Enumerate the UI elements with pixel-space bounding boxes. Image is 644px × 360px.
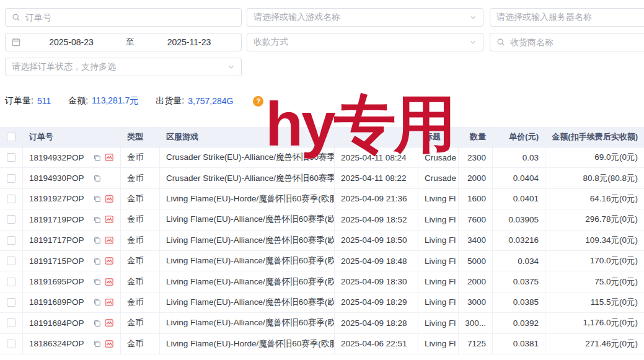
- copy-icon[interactable]: [93, 195, 101, 203]
- copy-icon[interactable]: [93, 257, 101, 265]
- order-time: 2025-04-09 21:36: [335, 189, 418, 209]
- game-select-placeholder: 请选择或输入游戏名称: [254, 12, 464, 23]
- order-price: 0.0375: [493, 271, 545, 291]
- receiver-search-input[interactable]: [510, 37, 644, 47]
- image-icon[interactable]: [105, 318, 113, 327]
- order-type: 金币: [121, 313, 160, 333]
- order-time: 2025-04-11 08:24: [335, 147, 418, 167]
- order-time: 2025-04-09 18:28: [335, 313, 418, 333]
- order-number-input[interactable]: [25, 12, 235, 22]
- order-amount: 115.5元(0元): [545, 292, 644, 312]
- row-checkbox[interactable]: [7, 340, 15, 348]
- col-price: 单价(元): [493, 127, 545, 147]
- stats-bar: 订单量: 511 金额: 113,281.7元 出货量: 3,757,284G …: [5, 95, 263, 107]
- order-no: 18186324POP: [29, 339, 84, 348]
- select-all-checkbox[interactable]: [7, 133, 15, 141]
- image-icon[interactable]: [105, 153, 113, 162]
- order-title: Living Fl: [418, 189, 459, 209]
- row-checkbox[interactable]: [7, 318, 15, 327]
- server-game: Living Flame(EU)-Alliance/魔兽怀旧60赛季(欧服): [160, 230, 335, 250]
- receiver-search-field[interactable]: [490, 33, 644, 51]
- table-row: 18191719POP 金币 Living Flame(EU)-Alliance…: [0, 209, 644, 230]
- order-no: 18194930POP: [29, 173, 84, 183]
- order-price: 0.03216: [493, 230, 545, 250]
- status-select-placeholder: 请选择订单状态，支持多选: [12, 61, 223, 72]
- server-game: Living Flame(EU)-Alliance/魔兽怀旧60赛季(欧服): [160, 271, 335, 291]
- row-checkbox[interactable]: [7, 153, 15, 162]
- game-select[interactable]: 请选择或输入游戏名称: [247, 8, 483, 27]
- search-icon: [12, 13, 20, 22]
- row-checkbox[interactable]: [7, 195, 15, 203]
- image-icon[interactable]: [105, 195, 113, 203]
- payment-select-placeholder: 收款方式: [254, 37, 464, 48]
- row-checkbox[interactable]: [7, 174, 15, 183]
- image-icon[interactable]: [105, 236, 113, 245]
- order-price: 0.0381: [493, 334, 545, 354]
- date-start[interactable]: 2025-08-23: [25, 37, 117, 47]
- order-title: Living Fl: [418, 292, 459, 312]
- copy-icon[interactable]: [93, 319, 101, 327]
- image-icon[interactable]: [105, 340, 113, 348]
- server-game: Living Flame(EU)-Alliance/魔兽怀旧60赛季(欧服): [160, 209, 335, 229]
- copy-icon[interactable]: [93, 236, 101, 244]
- col-type: 类型: [121, 127, 160, 147]
- copy-icon[interactable]: [93, 174, 101, 182]
- order-qty: 5000: [459, 251, 493, 271]
- order-amount: 170.0元(0元): [545, 251, 644, 271]
- table-row: 18191684POP 金币 Living Flame(EU)-Alliance…: [0, 313, 644, 333]
- order-no: 18191715POP: [29, 257, 84, 266]
- chevron-down-icon: [227, 63, 235, 71]
- image-icon[interactable]: [105, 257, 113, 265]
- col-server-game: 区服游戏: [160, 127, 335, 147]
- order-number-field[interactable]: [5, 8, 242, 27]
- order-price: 0.034: [493, 251, 545, 271]
- date-end[interactable]: 2025-11-23: [143, 37, 235, 47]
- order-price: 0.0401: [493, 189, 545, 209]
- copy-icon[interactable]: [93, 340, 101, 348]
- image-icon[interactable]: [105, 278, 113, 286]
- order-no: 18191684POP: [29, 318, 84, 328]
- date-range-picker[interactable]: 2025-08-23 至 2025-11-23: [5, 33, 242, 51]
- order-type: 金币: [121, 334, 160, 354]
- amount-value: 113,281.7元: [92, 95, 138, 107]
- copy-icon[interactable]: [93, 278, 101, 286]
- order-status-select[interactable]: 请选择订单状态，支持多选: [5, 58, 242, 76]
- chevron-down-icon: [469, 14, 477, 21]
- order-qty: 7125: [459, 334, 493, 354]
- order-time: 2025-04-09 18:30: [335, 271, 418, 291]
- image-icon[interactable]: [105, 298, 113, 307]
- order-no: 18191717POP: [29, 235, 84, 245]
- order-amount: 271.46元(0元): [545, 334, 644, 354]
- row-checkbox[interactable]: [7, 215, 15, 224]
- order-no: 18191719POP: [29, 215, 84, 224]
- order-type: 金币: [121, 209, 160, 229]
- table-row: 18194932POP 金币 Crusader Strike(EU)-Allia…: [0, 147, 644, 168]
- copy-icon[interactable]: [93, 154, 101, 162]
- row-checkbox[interactable]: [7, 236, 15, 245]
- payment-method-select[interactable]: 收款方式: [247, 33, 483, 51]
- server-select[interactable]: 请选择或输入服务器名称: [490, 8, 644, 27]
- col-order-no: 订单号: [23, 127, 121, 147]
- order-amount: 75.0元(0元): [545, 271, 644, 291]
- image-icon[interactable]: [105, 215, 113, 224]
- copy-icon[interactable]: [93, 298, 101, 306]
- order-qty: 2000: [459, 168, 493, 188]
- row-checkbox[interactable]: [7, 278, 15, 286]
- question-icon[interactable]: ?: [253, 96, 263, 107]
- server-game: Living Flame(EU)-Alliance/魔兽怀旧60赛季(欧服): [160, 251, 335, 271]
- table-row: 18191717POP 金币 Living Flame(EU)-Alliance…: [0, 230, 644, 251]
- table-row: 18191689POP 金币 Living Flame(EU)-Alliance…: [0, 292, 644, 313]
- shipment-value: 3,757,284G: [188, 96, 233, 106]
- order-qty: 1600: [459, 189, 493, 209]
- table-row: 18186324POP 金币 Living Flame(EU)-Horde/魔兽…: [0, 334, 644, 354]
- order-time: 2025-04-11 08:22: [335, 168, 418, 188]
- date-separator: 至: [122, 37, 138, 48]
- order-amount: 109.34元(0元): [545, 230, 644, 250]
- order-time: 2025-04-09 18:48: [335, 251, 418, 271]
- copy-icon[interactable]: [93, 216, 101, 224]
- order-count-value: 511: [37, 96, 51, 106]
- order-title: Crusade: [418, 168, 459, 188]
- order-title: Living Fl: [418, 251, 459, 271]
- row-checkbox[interactable]: [7, 298, 15, 307]
- row-checkbox[interactable]: [7, 257, 15, 265]
